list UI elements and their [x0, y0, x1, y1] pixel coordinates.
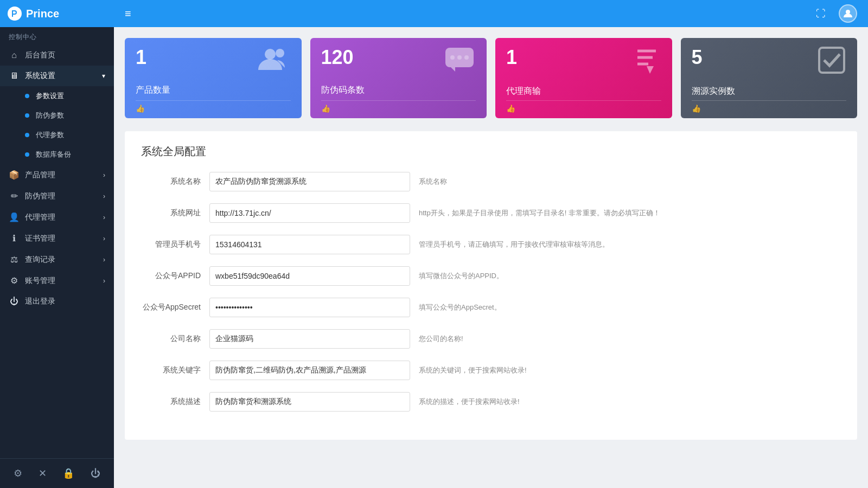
input-admin-phone[interactable] [209, 235, 410, 254]
sidebar-header: Prince [0, 0, 114, 27]
svg-point-6 [464, 55, 469, 60]
dot-icon [25, 152, 29, 157]
label-admin-phone: 管理员手机号 [141, 240, 201, 249]
home-icon: ⌂ [9, 50, 20, 60]
input-appid[interactable] [209, 266, 410, 286]
stat-card-trace: 5 溯源实例数 👍 [681, 38, 858, 118]
sidebar-item-cert[interactable]: ℹ 证书管理 › [0, 228, 114, 249]
form-row-company: 公司名称 您公司的名称! [141, 329, 841, 349]
chevron-down-icon: ▾ [102, 72, 105, 80]
sidebar-subitem-agent-label: 代理参数 [36, 130, 64, 140]
chevron-right-icon: › [103, 214, 105, 221]
stat-label-code: 防伪码条数 [321, 85, 476, 96]
chevron-right-icon: › [103, 192, 105, 200]
label-system-name: 系统名称 [141, 177, 201, 187]
svg-point-2 [276, 49, 284, 57]
svg-rect-11 [819, 48, 844, 73]
hint-company: 您公司的名称! [419, 334, 841, 344]
input-company[interactable] [209, 329, 410, 349]
sidebar-item-home-label: 后台首页 [25, 50, 55, 60]
control-label: 控制中心 [0, 27, 114, 45]
sidebar-item-cert-label: 证书管理 [25, 234, 55, 243]
sidebar-subitem-anti-fake[interactable]: 防伪参数 [0, 106, 114, 125]
input-keywords[interactable] [209, 361, 410, 380]
close-footer-icon[interactable]: ✕ [34, 465, 51, 481]
input-description[interactable] [209, 392, 410, 412]
sidebar-subitem-params[interactable]: 参数设置 [0, 86, 114, 106]
label-appid: 公众号APPID [141, 271, 201, 281]
gear-icon: ⚙ [9, 275, 20, 286]
stat-label-trace: 溯源实例数 [692, 86, 847, 97]
svg-marker-10 [647, 66, 654, 74]
form-row-system-name: 系统名称 系统名称 [141, 172, 841, 191]
stat-number-product: 1 [136, 48, 146, 67]
fullscreen-icon[interactable]: ⛶ [816, 8, 826, 20]
lock-footer-icon[interactable]: 🔒 [58, 465, 79, 481]
sidebar-subitem-agent[interactable]: 代理参数 [0, 125, 114, 145]
settings-footer-icon[interactable]: ⚙ [9, 465, 27, 481]
hint-keywords: 系统的关键词，便于搜索网站收录! [419, 365, 841, 375]
sidebar-item-account[interactable]: ⚙ 账号管理 › [0, 270, 114, 291]
form-row-appid: 公众号APPID 填写微信公众号的APPID。 [141, 266, 841, 286]
input-system-url[interactable] [209, 203, 410, 223]
monitor-icon: 🖥 [9, 71, 20, 81]
main-content: ≡ ⛶ 1 产品数量 👍 [114, 0, 868, 488]
label-description: 系统描述 [141, 397, 201, 407]
svg-point-0 [846, 10, 850, 14]
sidebar-footer: ⚙ ✕ 🔒 ⏻ [0, 458, 114, 488]
label-keywords: 系统关键字 [141, 365, 201, 375]
sidebar-item-agent-label: 代理管理 [25, 213, 55, 222]
hint-admin-phone: 管理员手机号，请正确填写，用于接收代理审核审核等消息。 [419, 240, 841, 249]
chat-icon [443, 46, 476, 79]
sidebar-item-product-label: 产品管理 [25, 170, 55, 180]
topbar: ≡ ⛶ [114, 0, 868, 27]
chevron-right-icon: › [103, 277, 105, 285]
sidebar-item-anti-fake[interactable]: ✏ 防伪管理 › [0, 185, 114, 207]
input-appsecret[interactable] [209, 298, 410, 317]
app-title: Prince [26, 8, 59, 20]
thumbs-up-icon2: 👍 [321, 104, 330, 113]
power-icon: ⏻ [9, 297, 20, 306]
sidebar-item-anti-fake-label: 防伪管理 [25, 191, 55, 201]
form-row-description: 系统描述 系统的描述，便于搜索网站收录! [141, 392, 841, 412]
thumbs-up-icon4: 👍 [692, 104, 701, 113]
label-appsecret: 公众号AppSecret [141, 303, 201, 312]
label-system-url: 系统网址 [141, 208, 201, 218]
form-row-appsecret: 公众号AppSecret 填写公众号的AppSecret。 [141, 298, 841, 317]
stat-card-product: 1 产品数量 👍 [125, 38, 302, 118]
sidebar: Prince 控制中心 ⌂ 后台首页 🖥 系统设置 ▾ 参数设置 防伪参数 代理… [0, 0, 114, 488]
sidebar-subitem-dbbackup[interactable]: 数据库备份 [0, 145, 114, 164]
users-icon [258, 46, 291, 79]
form-row-keywords: 系统关键字 系统的关键词，便于搜索网站收录! [141, 361, 841, 380]
info-icon: ℹ [9, 233, 20, 243]
sidebar-nav: ⌂ 后台首页 🖥 系统设置 ▾ 参数设置 防伪参数 代理参数 数据库备份 📦 [0, 45, 114, 458]
product-icon: 📦 [9, 170, 20, 180]
svg-point-1 [265, 49, 276, 60]
sidebar-item-query-log[interactable]: ⚖ 查询记录 › [0, 249, 114, 270]
scale-icon: ⚖ [9, 254, 20, 265]
sort-down-icon [632, 46, 661, 81]
avatar[interactable] [839, 4, 857, 23]
sidebar-item-logout-label: 退出登录 [25, 297, 55, 306]
form-row-system-url: 系统网址 http开头，如果是子目录使用，需填写子目录名! 非常重要。请勿必填写… [141, 203, 841, 223]
stat-label-product: 产品数量 [136, 85, 291, 96]
logo-icon [8, 7, 22, 21]
stat-number-agent: 1 [506, 48, 517, 67]
checkbox-icon [817, 46, 846, 81]
hint-system-name: 系统名称 [419, 177, 841, 187]
input-system-name[interactable] [209, 172, 410, 191]
dot-icon [25, 133, 29, 137]
sidebar-item-product-mgmt[interactable]: 📦 产品管理 › [0, 164, 114, 185]
sidebar-item-logout[interactable]: ⏻ 退出登录 [0, 291, 114, 312]
stat-label-agent: 代理商输 [506, 86, 661, 97]
sidebar-item-home[interactable]: ⌂ 后台首页 [0, 45, 114, 66]
stat-card-code: 120 防伪码条数 👍 [310, 38, 487, 118]
hint-system-url: http开头，如果是子目录使用，需填写子目录名! 非常重要。请勿必填写正确！ [419, 208, 841, 218]
sidebar-item-agent[interactable]: 👤 代理管理 › [0, 207, 114, 228]
dot-icon [25, 94, 29, 98]
hint-appid: 填写微信公众号的APPID。 [419, 271, 841, 281]
sidebar-item-system-settings[interactable]: 🖥 系统设置 ▾ [0, 66, 114, 86]
power-footer-icon[interactable]: ⏻ [86, 466, 105, 481]
label-company: 公司名称 [141, 334, 201, 344]
menu-toggle-icon[interactable]: ≡ [125, 8, 131, 20]
